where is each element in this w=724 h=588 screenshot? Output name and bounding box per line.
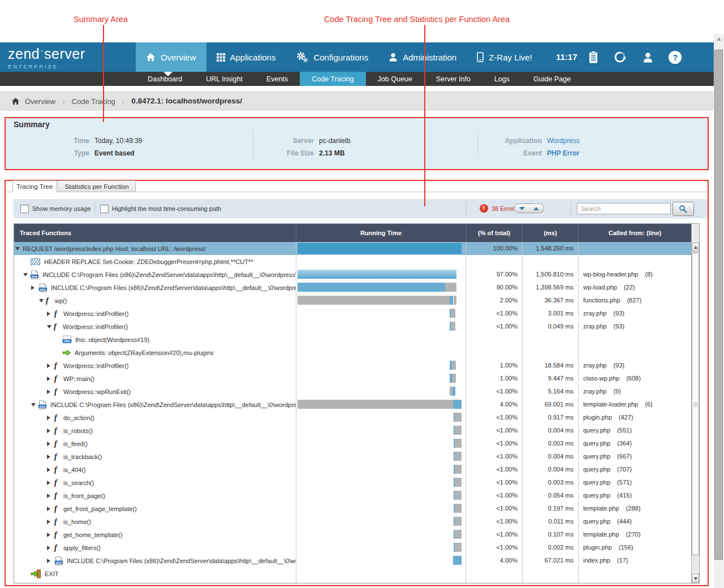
collapse-arrow-icon[interactable] xyxy=(15,247,20,250)
trace-row[interactable]: fWordpress::initProfiler()<1.00%0.049 ms… xyxy=(14,320,691,333)
breadcrumb-link[interactable]: Code Tracing xyxy=(72,97,115,106)
trace-row[interactable]: HEADER REPLACE Set-Cookie: ZDEDebuggerPr… xyxy=(14,255,691,268)
percent-of-total xyxy=(466,580,522,583)
subnav-item-job-queue[interactable]: Job Queue xyxy=(366,72,424,86)
summary-field-value[interactable]: PHP Error xyxy=(547,149,579,157)
user-icon[interactable] xyxy=(643,52,653,63)
expand-arrow-icon[interactable] xyxy=(47,416,50,420)
column-header[interactable]: Traced Functions xyxy=(14,224,296,242)
expand-arrow-icon[interactable] xyxy=(47,481,50,485)
tab-statistics-per-function[interactable]: Statistics per Function xyxy=(58,180,136,192)
summary-field-value[interactable]: Wordpress xyxy=(547,137,580,145)
browser-scrollbar-thumb[interactable] xyxy=(714,50,723,560)
running-time-bar xyxy=(298,359,462,372)
subnav-item-guide-page[interactable]: Guide Page xyxy=(522,72,583,86)
trace-row[interactable]: fis_home()<1.00%0.011 msquery.php(444) xyxy=(14,515,691,528)
search-input[interactable] xyxy=(577,203,671,214)
breadcrumb-link[interactable]: Overview xyxy=(25,97,55,106)
column-header[interactable]: Running Time xyxy=(296,224,466,242)
trace-row[interactable]: fapply_filters()<1.00%0.002 msplugin.php… xyxy=(14,541,691,554)
trace-row-label: INCLUDE C:\Program Files (x86)\Zend\Zend… xyxy=(42,271,296,278)
collapse-arrow-icon[interactable] xyxy=(39,299,44,302)
column-header[interactable]: Called from: (line) xyxy=(578,224,691,242)
running-time-bar xyxy=(298,372,462,385)
subnav-item-code-tracing[interactable]: Code Tracing xyxy=(300,72,365,86)
collapse-arrow-icon[interactable] xyxy=(23,273,28,276)
trace-row[interactable]: f xyxy=(14,580,691,583)
nav-item-configurations[interactable]: Configurations xyxy=(286,42,378,72)
expand-arrow-icon[interactable] xyxy=(47,533,50,537)
column-header[interactable]: (ms) xyxy=(522,224,578,242)
expand-arrow-icon[interactable] xyxy=(47,429,50,433)
trace-row[interactable]: fis_front_page()<1.00%0.054 msquery.php(… xyxy=(14,489,691,502)
subnav-item-events[interactable]: Events xyxy=(255,72,300,86)
highlight-path-checkbox[interactable] xyxy=(100,205,109,213)
expand-arrow-icon[interactable] xyxy=(47,390,50,394)
subnav-item-server-info[interactable]: Server Info xyxy=(424,72,482,86)
expand-arrow-icon[interactable] xyxy=(47,442,50,446)
zend-server-logo[interactable]: zend·server ENTERPRISE xyxy=(8,47,85,70)
clipboard-icon[interactable] xyxy=(588,51,598,64)
next-error-button[interactable] xyxy=(529,204,544,213)
expand-arrow-icon[interactable] xyxy=(47,312,50,316)
trace-row[interactable]: fdo_action()<1.00%0.917 msplugin.php(427… xyxy=(14,411,691,424)
percent-of-total: <1.00% xyxy=(466,502,522,515)
trace-row[interactable]: phpINCLUDE C:\Program Files (x86)\Zend\Z… xyxy=(14,281,691,294)
expand-arrow-icon[interactable] xyxy=(47,494,50,498)
expand-arrow-icon[interactable] xyxy=(47,559,50,563)
trace-row[interactable]: fis_feed()<1.00%0.003 msquery.php(364) xyxy=(14,437,691,450)
expand-arrow-icon[interactable] xyxy=(47,364,50,368)
expand-arrow-icon[interactable] xyxy=(47,377,50,381)
trace-row[interactable]: fis_404()<1.00%0.004 msquery.php(707) xyxy=(14,463,691,476)
column-header[interactable]: (% of total) xyxy=(466,224,522,242)
help-icon[interactable]: ? xyxy=(669,51,682,64)
trace-row[interactable]: fis_robots()<1.00%0.004 msquery.php(551) xyxy=(14,424,691,437)
table-scrollbar[interactable] xyxy=(691,224,699,583)
running-time-bar xyxy=(298,476,462,489)
trace-row[interactable]: fis_trackback()<1.00%0.004 msquery.php(6… xyxy=(14,450,691,463)
expand-arrow-icon[interactable] xyxy=(47,507,50,511)
trace-row[interactable]: fWordpress::initProfiler()1.00%18.584 ms… xyxy=(14,359,691,372)
trace-row[interactable]: Arguments: object(ZRayExtension#20),mu-p… xyxy=(14,346,691,359)
trace-row[interactable]: phpINCLUDE C:\Program Files (x86)\Zend\Z… xyxy=(14,554,691,567)
subnav-item-url-insight[interactable]: URL Insight xyxy=(194,72,255,86)
scroll-up-button[interactable] xyxy=(692,243,699,252)
tab-tracing-tree[interactable]: Tracing Tree xyxy=(12,180,57,192)
logo-brand: zend xyxy=(8,46,40,62)
previous-error-button[interactable] xyxy=(514,204,529,213)
nav-item-overview[interactable]: Overview xyxy=(136,42,206,72)
summary-field-label: Event xyxy=(463,147,542,159)
subnav-item-logs[interactable]: Logs xyxy=(482,72,522,86)
trace-row[interactable]: fget_home_template()<1.00%0.107 mstempla… xyxy=(14,528,691,541)
nav-item-label: Configurations xyxy=(313,53,368,62)
nav-item-applications[interactable]: Applications xyxy=(206,42,286,72)
function-icon: f xyxy=(54,375,59,383)
trace-row[interactable]: fWordpress::initProfiler()<1.00%3.001 ms… xyxy=(14,307,691,320)
collapse-arrow-icon[interactable] xyxy=(47,325,51,328)
expand-arrow-icon[interactable] xyxy=(31,286,35,290)
show-memory-usage-checkbox[interactable] xyxy=(20,205,29,213)
trace-row[interactable]: fis_search()<1.00%0.003 msquery.php(571) xyxy=(14,476,691,489)
trace-row[interactable]: fget_front_page_template()<1.00%0.197 ms… xyxy=(14,502,691,515)
expand-arrow-icon[interactable] xyxy=(47,468,50,472)
trace-row[interactable]: fwp()2.00%36.367 msfunctions.php(827) xyxy=(14,294,691,307)
trace-row[interactable]: fWordpress::wpRunExit()<1.00%5.164 mszra… xyxy=(14,385,691,398)
scroll-down-button[interactable] xyxy=(692,574,699,583)
trace-row[interactable]: EXIT xyxy=(14,567,691,580)
collapse-arrow-icon[interactable] xyxy=(31,403,36,407)
browser-scrollbar[interactable] xyxy=(714,34,724,588)
trace-row[interactable]: phpINCLUDE C:\Program Files (x86)\Zend\Z… xyxy=(14,398,691,411)
nav-item-z-ray-live[interactable]: Z-Ray Live! xyxy=(467,42,542,72)
trace-row[interactable]: fWP::main()1.00%9.447 msclass-wp.php(608… xyxy=(14,372,691,385)
expand-arrow-icon[interactable] xyxy=(47,455,50,459)
home-icon[interactable] xyxy=(11,97,20,105)
nav-item-administration[interactable]: Administration xyxy=(378,42,467,72)
scrollbar-thumb[interactable] xyxy=(692,253,699,555)
trace-row[interactable]: phpINCLUDE C:\Program Files (x86)\Zend\Z… xyxy=(14,268,691,281)
trace-row[interactable]: thisthis: object(Wordpress#19) xyxy=(14,333,691,346)
refresh-icon[interactable] xyxy=(614,50,627,64)
expand-arrow-icon[interactable] xyxy=(47,546,50,550)
search-button[interactable] xyxy=(673,202,694,216)
expand-arrow-icon[interactable] xyxy=(47,520,50,524)
trace-row[interactable]: REQUEST /wordpress/index.php Host: local… xyxy=(14,242,691,255)
